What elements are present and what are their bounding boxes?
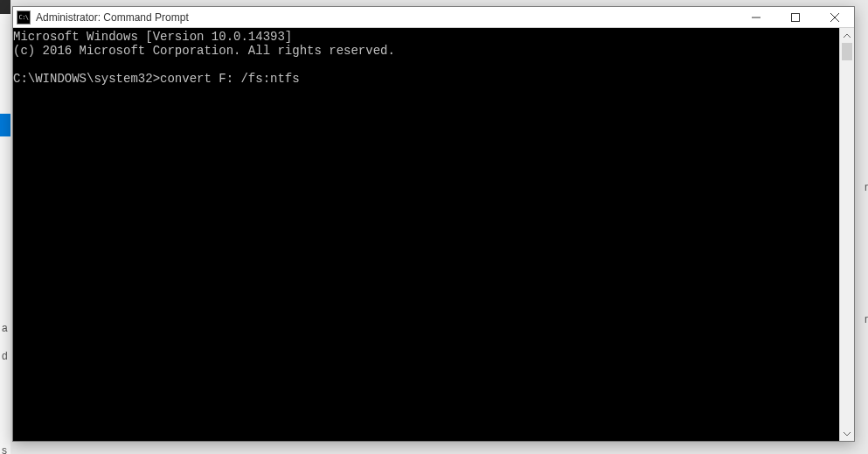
svg-rect-1	[791, 13, 799, 21]
chevron-down-icon	[844, 431, 851, 437]
maximize-button[interactable]	[775, 7, 815, 27]
console-output[interactable]: Microsoft Windows [Version 10.0.14393] (…	[13, 28, 839, 441]
window-controls	[736, 7, 854, 27]
chevron-up-icon	[844, 33, 851, 38]
console-area: Microsoft Windows [Version 10.0.14393] (…	[13, 28, 854, 441]
cmd-icon: C:\	[17, 10, 31, 24]
close-button[interactable]	[815, 7, 854, 27]
console-prompt: C:\WINDOWS\system32>	[13, 72, 160, 86]
vertical-scrollbar[interactable]	[839, 28, 854, 441]
console-line: (c) 2016 Microsoft Corporation. All righ…	[13, 44, 395, 58]
close-icon	[830, 13, 839, 22]
bg-text: r	[865, 181, 868, 193]
minimize-icon	[752, 13, 760, 22]
maximize-icon	[791, 13, 800, 22]
scroll-track[interactable]	[840, 43, 854, 426]
scroll-up-button[interactable]	[840, 28, 854, 43]
scroll-thumb[interactable]	[842, 43, 852, 60]
bg-text: s	[2, 444, 868, 454]
titlebar[interactable]: C:\ Administrator: Command Prompt	[13, 7, 854, 28]
console-command: convert F: /fs:ntfs	[160, 72, 300, 86]
window-title: Administrator: Command Prompt	[36, 11, 736, 24]
console-line: Microsoft Windows [Version 10.0.14393]	[13, 30, 292, 44]
minimize-button[interactable]	[736, 7, 775, 27]
scroll-down-button[interactable]	[840, 426, 854, 441]
command-prompt-window: C:\ Administrator: Command Prompt Micros…	[12, 6, 855, 442]
